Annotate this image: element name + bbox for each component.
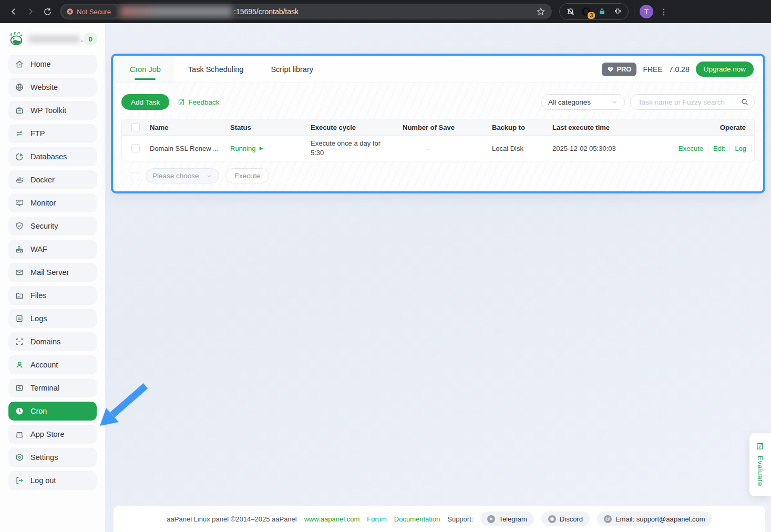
adblock-extension-button[interactable]: [565, 6, 575, 17]
log-link[interactable]: Log: [735, 145, 746, 152]
email-support-button[interactable]: @ Email: support@aapanel.com: [597, 511, 712, 526]
footer-link-forum[interactable]: Forum: [367, 515, 387, 523]
logout-icon: [15, 476, 24, 485]
clock-icon: [15, 406, 24, 416]
bookmark-star-button[interactable]: [536, 7, 546, 16]
row-checkbox[interactable]: [131, 144, 140, 152]
sidebar-item-domains[interactable]: Domains: [8, 332, 97, 351]
browser-menu-button[interactable]: ⋮: [660, 7, 668, 17]
discord-button[interactable]: ◉ Discord: [541, 511, 590, 526]
sidebar-header: . 0: [8, 30, 97, 47]
sidebar-item-home[interactable]: Home: [8, 55, 97, 74]
table-row: Domain SSL Renew ... Running Execute onc…: [122, 136, 754, 161]
sidebar-item-docker[interactable]: Docker: [8, 170, 97, 189]
firewall-flame-icon: [15, 244, 24, 254]
extension-with-badge-button[interactable]: 3: [581, 6, 591, 17]
select-all-checkbox[interactable]: [131, 123, 140, 131]
bulk-action-select[interactable]: Please choose: [146, 168, 219, 183]
profile-avatar[interactable]: T: [640, 5, 653, 18]
sidebar-item-website[interactable]: Website: [8, 78, 97, 97]
browser-toolbar: Not Secure :15695/crontab/task 3 T ⋮: [0, 0, 771, 23]
shopping-bag-icon: [15, 429, 24, 439]
app-background: . 0 Home Website WP Toolkit FTP Database…: [0, 23, 771, 532]
bulk-execute-button[interactable]: Execute: [225, 168, 269, 183]
col-last-execute-time: Last execute time: [552, 124, 679, 131]
sidebar-item-terminal[interactable]: Terminal: [8, 378, 97, 397]
col-number-of-save: Number of Save: [403, 124, 492, 131]
evaluate-tab[interactable]: Evaluate: [749, 433, 771, 496]
tab-script-library[interactable]: Script library: [257, 56, 327, 83]
col-operate: Operate: [679, 124, 746, 131]
terminal-icon: [15, 383, 24, 393]
op-divider: [708, 145, 708, 152]
col-execute-cycle: Execute cycle: [311, 124, 403, 131]
col-backup-to: Backup to: [492, 124, 552, 131]
chevron-down-icon: [206, 173, 212, 179]
sidebar-item-waf[interactable]: WAF: [8, 240, 97, 259]
sidebar-item-settings[interactable]: Settings: [8, 448, 97, 467]
browser-forward-button[interactable]: [22, 3, 39, 20]
log-document-icon: [15, 314, 24, 323]
sidebar-item-ftp[interactable]: FTP: [8, 124, 97, 143]
search-icon[interactable]: [741, 98, 749, 106]
not-secure-chip[interactable]: Not Secure: [62, 5, 117, 18]
tab-cron-job[interactable]: Cron Job: [116, 56, 174, 83]
pro-heart-icon: [607, 66, 614, 73]
domains-frame-icon: [15, 337, 24, 346]
browser-back-button[interactable]: [5, 3, 22, 20]
back-arrow-icon: [9, 7, 18, 16]
feedback-link[interactable]: Feedback: [178, 98, 219, 106]
plan-area: PRO FREE 7.0.28 Upgrade now: [602, 56, 763, 83]
docker-whale-icon: [15, 175, 24, 185]
sidebar-item-mail-server[interactable]: Mail Server: [8, 263, 97, 282]
address-bar[interactable]: Not Secure :15695/crontab/task: [60, 4, 552, 19]
plan-label: FREE: [643, 65, 662, 74]
not-secure-icon: [66, 8, 74, 15]
telegram-button[interactable]: ➤ Telegram: [480, 511, 533, 526]
user-icon: [15, 360, 24, 370]
footer: aaPanel Linux panel ©2014–2025 aaPanel w…: [114, 506, 765, 532]
sidebar-item-log-out[interactable]: Log out: [8, 471, 97, 490]
task-search-input[interactable]: [638, 98, 741, 106]
sidebar-item-wp-toolkit[interactable]: WP Toolkit: [8, 101, 97, 120]
notification-count-badge[interactable]: 0: [84, 33, 97, 45]
bulk-select-checkbox[interactable]: [131, 172, 139, 180]
sidebar-item-account[interactable]: Account: [8, 355, 97, 374]
password-manager-button[interactable]: [597, 6, 607, 17]
sidebar-item-monitor[interactable]: Monitor: [8, 193, 97, 212]
cron-task-table: Name Status Execute cycle Number of Save…: [121, 119, 755, 161]
extensions-puzzle-button[interactable]: [612, 6, 623, 17]
extensions-group: 3: [559, 3, 629, 20]
category-filter-select[interactable]: All categories: [541, 94, 625, 110]
cron-tabbar: Cron Job Task Scheduling Script library …: [113, 56, 763, 83]
add-task-button[interactable]: Add Task: [121, 94, 169, 110]
upgrade-now-button[interactable]: Upgrade now: [696, 62, 754, 77]
monitor-icon: [15, 198, 24, 208]
sidebar-item-app-store[interactable]: App Store: [8, 425, 97, 444]
footer-link-documentation[interactable]: Documentation: [394, 515, 440, 523]
folder-icon: [15, 291, 24, 300]
briefcase-icon: [15, 106, 24, 115]
discord-icon: ◉: [548, 515, 556, 523]
task-search-box: [630, 94, 755, 110]
sidebar-item-databases[interactable]: Databases: [8, 147, 97, 166]
sidebar-item-security[interactable]: Security: [8, 217, 97, 236]
pro-badge[interactable]: PRO: [602, 63, 636, 76]
col-status: Status: [230, 124, 311, 131]
execute-link[interactable]: Execute: [679, 145, 703, 152]
shield-check-icon: [15, 221, 24, 231]
evaluate-label: Evaluate: [756, 456, 764, 487]
tab-task-scheduling[interactable]: Task Scheduling: [174, 56, 258, 83]
play-icon[interactable]: [258, 146, 264, 151]
task-backup-to: Local Disk: [492, 145, 552, 152]
sidebar-item-logs[interactable]: Logs: [8, 309, 97, 328]
cron-toolbar: Add Task Feedback All categories: [121, 94, 755, 110]
task-name: Domain SSL Renew ...: [150, 145, 230, 152]
lock-icon: [598, 7, 606, 16]
edit-link[interactable]: Edit: [713, 145, 725, 152]
sidebar-item-cron[interactable]: Cron: [8, 402, 97, 421]
browser-reload-button[interactable]: [39, 3, 56, 20]
footer-link-website[interactable]: www.aapanel.com: [304, 515, 360, 523]
star-icon: [536, 7, 546, 16]
sidebar-item-files[interactable]: Files: [8, 286, 97, 305]
